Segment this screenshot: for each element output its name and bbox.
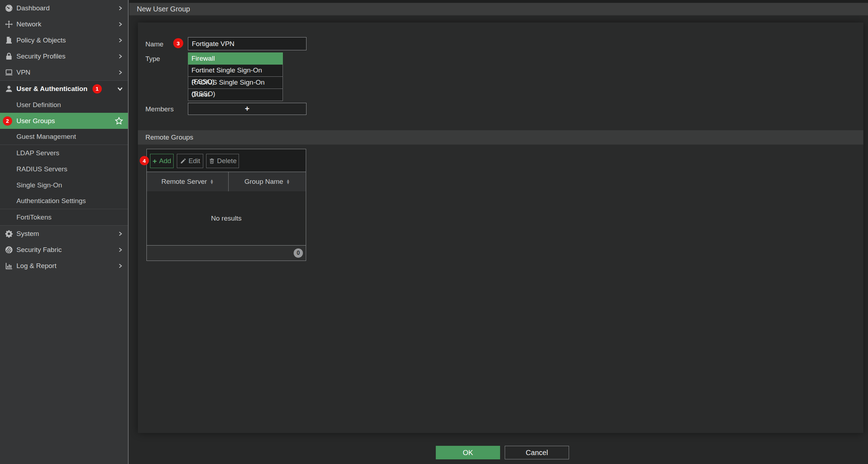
sidebar-item-label: User & Authentication (16, 85, 88, 93)
type-option-rsso[interactable]: RADIUS Single Sign-On (RSSO) (188, 77, 283, 89)
page-title: New User Group (137, 5, 190, 13)
trash-icon (209, 158, 215, 164)
sidebar-item-label: Policy & Objects (16, 36, 66, 44)
column-label: Remote Server (161, 178, 207, 186)
chevron-right-icon (118, 247, 123, 252)
sidebar-item-single-sign-on[interactable]: Single Sign-On (0, 177, 128, 193)
sidebar-item-label: Dashboard (16, 4, 50, 12)
sidebar-item-fortitokens[interactable]: FortiTokens (0, 209, 128, 225)
top-strip (129, 0, 868, 3)
sidebar-item-label: Security Fabric (16, 246, 62, 254)
sort-icon: ▲▼ (286, 179, 290, 184)
empty-state-text: No results (211, 215, 242, 222)
type-listbox: Firewall Fortinet Single Sign-On (FSSO) … (188, 52, 283, 101)
sidebar-item-label: User Definition (16, 101, 61, 109)
row-count-badge: 0 (294, 248, 303, 258)
chevron-right-icon (118, 231, 123, 236)
network-icon (4, 20, 14, 29)
delete-button-label: Delete (217, 157, 237, 165)
notification-badge: 1 (93, 84, 102, 94)
chevron-right-icon (118, 38, 123, 43)
pencil-icon (180, 158, 186, 164)
sidebar-item-policy-objects[interactable]: Policy & Objects (0, 32, 128, 48)
plus-icon: + (153, 157, 157, 165)
table-empty-state: No results (147, 191, 306, 245)
sidebar-item-dashboard[interactable]: Dashboard (0, 0, 128, 16)
cancel-button[interactable]: Cancel (505, 446, 569, 459)
sidebar-item-label: Guest Management (16, 133, 76, 141)
column-header-group-name[interactable]: Group Name ▲▼ (229, 172, 306, 191)
delete-button[interactable]: Delete (206, 154, 239, 168)
type-option-guest[interactable]: Guest (188, 89, 283, 101)
sidebar-item-label: Network (16, 20, 41, 28)
table-header-row: Remote Server ▲▼ Group Name ▲▼ (147, 172, 306, 191)
chevron-down-icon (117, 86, 123, 92)
star-icon[interactable] (114, 116, 124, 126)
sidebar-item-security-profiles[interactable]: Security Profiles (0, 48, 128, 64)
sidebar-item-vpn[interactable]: VPN (0, 64, 128, 80)
step-badge-4: 4 (140, 156, 149, 165)
sidebar-item-ldap-servers[interactable]: LDAP Servers (0, 145, 128, 161)
remote-groups-table: 4 + Add Edit Delete (146, 149, 306, 261)
security-profiles-icon (4, 52, 14, 61)
chevron-right-icon (118, 54, 123, 59)
sidebar-item-label: Single Sign-On (16, 181, 62, 189)
add-button-label: Add (159, 157, 171, 165)
sidebar-item-system[interactable]: System (0, 226, 128, 242)
sidebar-item-label: VPN (16, 69, 30, 76)
sidebar-item-radius-servers[interactable]: RADIUS Servers (0, 161, 128, 177)
sidebar-item-label: Authentication Settings (16, 197, 86, 205)
members-add-field[interactable]: + (188, 103, 306, 115)
new-user-group-form-panel: Name 3 Type Firewall Fortinet Single Sig… (138, 22, 863, 433)
type-label: Type (145, 55, 160, 63)
type-option-fsso[interactable]: Fortinet Single Sign-On (FSSO) (188, 65, 283, 77)
edit-button[interactable]: Edit (177, 154, 203, 168)
type-option-firewall[interactable]: Firewall (188, 52, 283, 65)
system-icon (4, 229, 14, 238)
sidebar-item-user-definition[interactable]: User Definition (0, 97, 128, 113)
sidebar-item-label: Log & Report (16, 262, 56, 270)
remote-groups-toolbar: 4 + Add Edit Delete (147, 149, 306, 172)
sidebar: Dashboard Network Policy & Objects Secur… (0, 0, 129, 464)
table-footer: 0 (147, 245, 306, 261)
sort-icon: ▲▼ (210, 179, 214, 184)
page-header: New User Group (129, 3, 868, 15)
sidebar-item-label: LDAP Servers (16, 149, 59, 157)
sidebar-group-user-authentication: User & Authentication 1 User Definition … (0, 80, 128, 226)
members-label: Members (145, 105, 174, 113)
edit-button-label: Edit (189, 157, 200, 165)
vpn-icon (4, 68, 14, 77)
sidebar-item-network[interactable]: Network (0, 16, 128, 32)
sidebar-item-label: User Groups (16, 117, 55, 125)
main-area: New User Group Name 3 Type Firewall Fort… (129, 0, 868, 464)
name-input[interactable] (188, 37, 306, 50)
plus-icon: + (245, 105, 250, 113)
chevron-right-icon (118, 6, 123, 11)
policy-objects-icon (4, 36, 14, 45)
chevron-right-icon (118, 263, 123, 268)
sidebar-item-label: Security Profiles (16, 52, 65, 60)
chevron-right-icon (118, 70, 123, 75)
sidebar-item-guest-management[interactable]: Guest Management (0, 129, 128, 145)
remote-groups-title: Remote Groups (145, 133, 193, 141)
security-fabric-icon (4, 245, 14, 254)
ok-button[interactable]: OK (436, 446, 500, 459)
column-header-remote-server[interactable]: Remote Server ▲▼ (147, 172, 229, 191)
sidebar-item-security-fabric[interactable]: Security Fabric (0, 242, 128, 258)
column-label: Group Name (244, 178, 283, 186)
user-authentication-icon (4, 84, 14, 94)
sidebar-item-user-authentication[interactable]: User & Authentication 1 (0, 81, 128, 97)
sidebar-item-label: FortiTokens (16, 213, 51, 221)
remote-groups-section-header: Remote Groups (138, 130, 863, 145)
sidebar-item-log-report[interactable]: Log & Report (0, 258, 128, 274)
sidebar-item-authentication-settings[interactable]: Authentication Settings (0, 193, 128, 209)
name-label: Name (145, 40, 164, 48)
dashboard-icon (4, 4, 14, 13)
log-report-icon (4, 261, 14, 271)
add-button[interactable]: + Add (150, 154, 174, 168)
sidebar-item-label: System (16, 230, 39, 238)
step-badge-3: 3 (173, 38, 183, 48)
chevron-right-icon (118, 22, 123, 27)
sidebar-item-user-groups[interactable]: 2 User Groups (0, 113, 128, 129)
sidebar-item-label: RADIUS Servers (16, 165, 68, 173)
